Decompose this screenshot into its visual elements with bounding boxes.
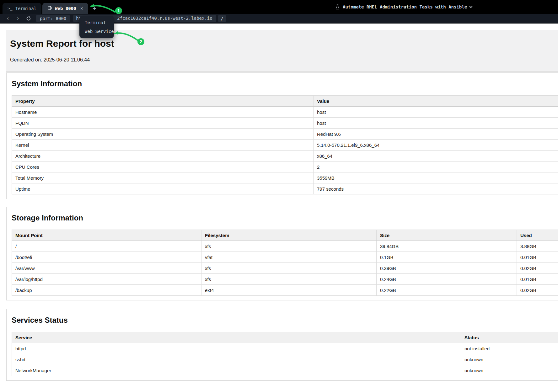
table-cell: FQDN: [12, 118, 314, 129]
table-row: sshdunknown: [12, 354, 558, 365]
table-cell: Hostname: [12, 107, 314, 118]
table-header-row: PropertyValue: [12, 96, 558, 107]
table-row: /boot/efivfat0.1GB0.01GB: [12, 252, 558, 263]
section-heading: Storage Information: [12, 214, 558, 222]
table-row: Architecturex86_64: [12, 151, 558, 162]
table-cell: Operating System: [12, 129, 314, 140]
refresh-button[interactable]: [26, 16, 31, 21]
tab-web-label: Web 8000: [55, 6, 76, 11]
table-cell: 797 seconds: [314, 183, 558, 194]
table-row: /var/wwwxfs0.39GB0.02GB: [12, 263, 558, 274]
table-header-row: ServiceStatus: [12, 332, 558, 343]
column-header: Size: [377, 230, 517, 241]
data-table: ServiceStatushttpdnot installedsshdunkno…: [12, 332, 558, 376]
lab-title-text: Automate RHEL Administration Tasks with …: [343, 4, 467, 9]
table-cell: x86_64: [314, 151, 558, 162]
table-cell: unknown: [461, 365, 558, 376]
table-header-row: Mount PointFilesystemSizeUsed: [12, 230, 558, 241]
close-icon[interactable]: ×: [80, 5, 83, 11]
table-cell: 0.1GB: [377, 252, 517, 263]
table-cell: NetworkManager: [12, 365, 461, 376]
web-page: System Report for host Generated on: 202…: [0, 30, 558, 381]
table-cell: /var/www: [12, 263, 201, 274]
table-cell: 5.14.0-570.21.1.el9_6.x86_64: [314, 140, 558, 151]
table-cell: 0.01GB: [517, 274, 558, 285]
table-row: /var/log/httpdxfs0.24GB0.01GB: [12, 274, 558, 285]
table-cell: /: [12, 241, 201, 252]
table-row: Uptime797 seconds: [12, 183, 558, 194]
column-header: Value: [314, 96, 558, 107]
new-tab-button[interactable]: +: [93, 5, 96, 11]
section-system-information: System InformationPropertyValueHostnameh…: [6, 72, 558, 199]
table-cell: vfat: [201, 252, 377, 263]
table-cell: 2: [314, 162, 558, 172]
section-services-status: Services StatusServiceStatushttpdnot ins…: [6, 309, 558, 381]
table-cell: not installed: [461, 343, 558, 354]
terminal-icon: >_: [8, 6, 13, 11]
table-cell: httpd: [12, 343, 461, 354]
table-cell: 0.01GB: [517, 252, 558, 263]
table-row: Kernel5.14.0-570.21.1.el9_6.x86_64: [12, 140, 558, 151]
table-cell: 39.84GB: [377, 241, 517, 252]
table-cell: RedHat 9.6: [314, 129, 558, 140]
url-path-badge: /: [218, 15, 226, 22]
table-row: NetworkManagerunknown: [12, 365, 558, 376]
lab-title[interactable]: Automate RHEL Administration Tasks with …: [335, 0, 472, 14]
menu-item-terminal[interactable]: Terminal: [79, 18, 114, 27]
tab-terminal-label: Terminal: [15, 6, 36, 11]
table-row: CPU Cores2: [12, 162, 558, 172]
table-row: Total Memory3559MB: [12, 172, 558, 183]
table-cell: 0.22GB: [377, 285, 517, 296]
port-badge[interactable]: port: 8000: [36, 15, 70, 22]
data-table: Mount PointFilesystemSizeUsed/xfs39.84GB…: [12, 230, 558, 296]
table-cell: unknown: [461, 354, 558, 365]
table-cell: Architecture: [12, 151, 314, 162]
url-text-suffix: 2fcac1032ca1f40.r.us-west-2.labex.io: [117, 16, 212, 21]
table-cell: 3559MB: [314, 172, 558, 183]
generated-timestamp: Generated on: 2025-06-20 11:06:44: [10, 57, 558, 63]
table-cell: xfs: [201, 263, 377, 274]
table-cell: Uptime: [12, 183, 314, 194]
column-header: Filesystem: [201, 230, 377, 241]
globe-icon: [47, 6, 52, 11]
table-cell: 0.02GB: [517, 285, 558, 296]
section-heading: System Information: [12, 79, 558, 88]
table-cell: 3.88GB: [517, 241, 558, 252]
table-cell: host: [314, 107, 558, 118]
table-cell: Kernel: [12, 140, 314, 151]
table-cell: /boot/efi: [12, 252, 201, 263]
table-row: FQDNhost: [12, 118, 558, 129]
table-cell: 0.39GB: [377, 263, 517, 274]
chevron-down-icon: [469, 5, 473, 8]
data-table: PropertyValueHostnamehostFQDNhostOperati…: [12, 95, 558, 194]
section-storage-information: Storage InformationMount PointFilesystem…: [6, 207, 558, 300]
back-button[interactable]: ‹: [6, 15, 10, 21]
column-header: Mount Point: [12, 230, 201, 241]
table-cell: 0.02GB: [517, 263, 558, 274]
tab-terminal[interactable]: >_ Terminal: [3, 3, 41, 14]
tab-web-8000[interactable]: Web 8000 ×: [42, 3, 88, 14]
forward-button[interactable]: ›: [16, 15, 20, 21]
table-row: Operating SystemRedHat 9.6: [12, 129, 558, 140]
column-header: Service: [12, 332, 461, 343]
table-cell: 0.24GB: [377, 274, 517, 285]
page-title: System Report for host: [10, 38, 558, 49]
table-row: /xfs39.84GB3.88GB: [12, 241, 558, 252]
column-header: Property: [12, 96, 314, 107]
new-tab-dropdown-menu: Terminal Web Service: [79, 16, 114, 38]
table-row: Hostnamehost: [12, 107, 558, 118]
table-row: httpdnot installed: [12, 343, 558, 354]
tab-bar: >_ Terminal Web 8000 × + Automate RHEL A…: [0, 0, 558, 14]
table-cell: Total Memory: [12, 172, 314, 183]
table-cell: ext4: [201, 285, 377, 296]
table-cell: /var/log/httpd: [12, 274, 201, 285]
table-cell: CPU Cores: [12, 162, 314, 172]
flask-icon: [335, 4, 340, 9]
table-cell: sshd: [12, 354, 461, 365]
menu-item-web-service[interactable]: Web Service: [79, 27, 114, 36]
column-header: Status: [461, 332, 558, 343]
table-cell: /backup: [12, 285, 201, 296]
table-row: /backupext40.22GB0.02GB: [12, 285, 558, 296]
table-cell: host: [314, 118, 558, 129]
table-cell: xfs: [201, 274, 377, 285]
